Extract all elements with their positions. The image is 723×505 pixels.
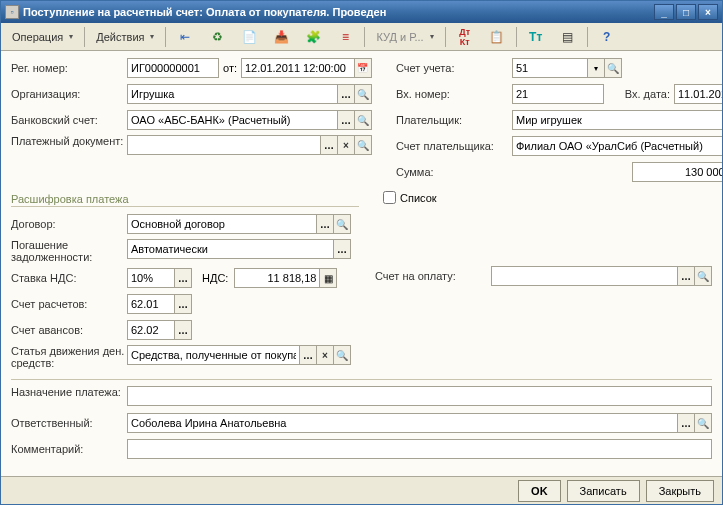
label-account-calc: Счет расчетов:: [11, 298, 127, 310]
account-calc-select-button[interactable]: [174, 294, 192, 314]
bank-account-input[interactable]: [127, 110, 338, 130]
responsible-open-button[interactable]: [694, 413, 712, 433]
vat-rate-input[interactable]: [127, 268, 175, 288]
cash-flow-input[interactable]: [127, 345, 300, 365]
label-sum: Сумма:: [396, 166, 512, 178]
payment-doc-select-button[interactable]: [320, 135, 338, 155]
title-bar: ▫ Поступление на расчетный счет: Оплата …: [1, 1, 722, 23]
toolbar-table-icon[interactable]: ▤: [553, 26, 583, 48]
label-vat-rate: Ставка НДС:: [11, 272, 127, 284]
label-payer: Плательщик:: [396, 114, 512, 126]
comment-input[interactable]: [127, 439, 712, 459]
label-contract: Договор:: [11, 218, 127, 230]
minimize-button[interactable]: _: [654, 4, 674, 20]
vat-input[interactable]: [234, 268, 320, 288]
label-debt-repay: Погашение задолженности:: [11, 239, 127, 263]
contract-open-button[interactable]: [333, 214, 351, 234]
account-advance-select-button[interactable]: [174, 320, 192, 340]
cash-flow-clear-button[interactable]: [316, 345, 334, 365]
payer-input[interactable]: [512, 110, 722, 130]
bank-account-open-button[interactable]: [354, 110, 372, 130]
toolbar-dtkt-icon[interactable]: ДтКт: [450, 26, 480, 48]
label-list: Список: [400, 192, 437, 204]
label-payer-account: Счет плательщика:: [396, 140, 512, 152]
close-button[interactable]: Закрыть: [646, 480, 714, 502]
account-input[interactable]: [512, 58, 588, 78]
vat-calc-button[interactable]: [319, 268, 337, 288]
sum-input[interactable]: [632, 162, 722, 182]
debt-repay-select-button[interactable]: [333, 239, 351, 259]
account-calc-input[interactable]: [127, 294, 175, 314]
label-cash-flow: Статья движения ден. средств:: [11, 345, 127, 369]
account-dropdown-button[interactable]: [587, 58, 605, 78]
toolbar-tt-icon[interactable]: Тт: [521, 26, 551, 48]
toolbar-list-icon[interactable]: ≡: [330, 26, 360, 48]
cash-flow-open-button[interactable]: [333, 345, 351, 365]
account-advance-input[interactable]: [127, 320, 175, 340]
label-purpose: Назначение платежа:: [11, 386, 127, 398]
label-reg-no: Рег. номер:: [11, 62, 127, 74]
responsible-input[interactable]: [127, 413, 678, 433]
kudir-menu[interactable]: КУД и Р...: [369, 26, 440, 48]
separator: [587, 27, 588, 47]
list-checkbox[interactable]: [383, 191, 396, 204]
calendar-icon[interactable]: [354, 58, 372, 78]
separator: [516, 27, 517, 47]
app-icon: ▫: [5, 5, 19, 19]
label-responsible: Ответственный:: [11, 417, 127, 429]
contract-select-button[interactable]: [316, 214, 334, 234]
separator: [364, 27, 365, 47]
vat-rate-select-button[interactable]: [174, 268, 192, 288]
label-invoice-account: Счет на оплату:: [375, 270, 491, 282]
toolbar-back-icon[interactable]: ⇤: [170, 26, 200, 48]
separator: [84, 27, 85, 47]
organization-open-button[interactable]: [354, 84, 372, 104]
payment-doc-clear-button[interactable]: [337, 135, 355, 155]
in-date-input[interactable]: [674, 84, 722, 104]
debt-repay-input[interactable]: [127, 239, 334, 259]
reg-no-input[interactable]: [127, 58, 219, 78]
cash-flow-select-button[interactable]: [299, 345, 317, 365]
toolbar-report-icon[interactable]: 📋: [482, 26, 512, 48]
list-checkbox-wrapper[interactable]: Список: [379, 188, 437, 207]
payer-account-input[interactable]: [512, 136, 722, 156]
invoice-account-select-button[interactable]: [677, 266, 695, 286]
bank-account-select-button[interactable]: [337, 110, 355, 130]
payment-doc-input[interactable]: [127, 135, 321, 155]
organization-input[interactable]: [127, 84, 338, 104]
contract-input[interactable]: [127, 214, 317, 234]
footer-bar: OK Записать Закрыть: [1, 476, 722, 504]
payment-doc-open-button[interactable]: [354, 135, 372, 155]
toolbar-refresh-icon[interactable]: ♻: [202, 26, 232, 48]
organization-select-button[interactable]: [337, 84, 355, 104]
label-from: от:: [223, 62, 237, 74]
label-in-no: Вх. номер:: [396, 88, 512, 100]
account-open-button[interactable]: [604, 58, 622, 78]
purpose-input[interactable]: [127, 386, 712, 406]
separator: [445, 27, 446, 47]
ok-button[interactable]: OK: [518, 480, 561, 502]
in-no-input[interactable]: [512, 84, 604, 104]
label-payment-doc: Платежный документ:: [11, 135, 127, 147]
toolbar-help-icon[interactable]: ?: [592, 26, 622, 48]
date-input[interactable]: [241, 58, 355, 78]
section-payment-title: Расшифровка платежа: [11, 193, 359, 207]
invoice-account-input[interactable]: [491, 266, 678, 286]
label-vat: НДС:: [202, 272, 228, 284]
label-comment: Комментарий:: [11, 443, 127, 455]
form-content: Рег. номер: от: Организация: Банковский …: [1, 51, 722, 476]
toolbar-base-icon[interactable]: 🧩: [298, 26, 328, 48]
invoice-account-open-button[interactable]: [694, 266, 712, 286]
label-organization: Организация:: [11, 88, 127, 100]
actions-menu[interactable]: Действия: [89, 26, 161, 48]
label-bank-account: Банковский счет:: [11, 114, 127, 126]
maximize-button[interactable]: □: [676, 4, 696, 20]
label-in-date: Вх. дата:: [604, 88, 674, 100]
operation-menu[interactable]: Операция: [5, 26, 80, 48]
write-button[interactable]: Записать: [567, 480, 640, 502]
close-window-button[interactable]: ×: [698, 4, 718, 20]
responsible-select-button[interactable]: [677, 413, 695, 433]
toolbar-post-icon[interactable]: 📥: [266, 26, 296, 48]
label-account: Счет учета:: [396, 62, 512, 74]
toolbar-doc-icon[interactable]: 📄: [234, 26, 264, 48]
